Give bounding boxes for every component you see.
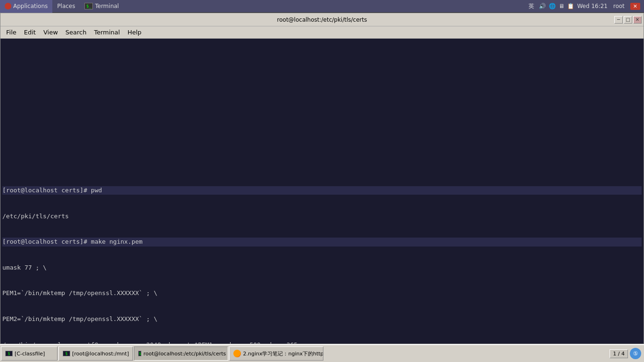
menu-file[interactable]: File: [2, 26, 20, 39]
blank-line-3: [2, 109, 642, 118]
blank-line-5: [2, 161, 642, 169]
task-mnt[interactable]: $ [root@localhost:/mnt]: [58, 346, 133, 361]
datetime-display: Wed 16:21: [577, 3, 608, 9]
task-term-icon-1: $: [5, 351, 13, 356]
workspace-switcher[interactable]: ⑤: [630, 348, 641, 359]
applications-menu[interactable]: Applications: [0, 0, 52, 13]
page-indicator: 1 / 4: [610, 349, 628, 358]
display-icon[interactable]: 🖥: [559, 3, 564, 9]
taskbar-right: 1 / 4 ⑤: [610, 348, 643, 359]
task-term-icon-3: $: [138, 351, 141, 356]
task-classfile[interactable]: $ [C-classfile]: [1, 346, 58, 361]
network-icon[interactable]: 🌐: [549, 3, 556, 9]
menu-bar: File Edit View Search Terminal Help: [0, 26, 644, 39]
lang-indicator[interactable]: 英: [527, 2, 536, 10]
cmd-umask: umask 77 ; \: [2, 263, 642, 272]
taskbar: $ [C-classfile] $ [root@localhost:/mnt] …: [0, 344, 644, 362]
menu-search[interactable]: Search: [62, 26, 91, 39]
maximize-button[interactable]: □: [624, 16, 632, 24]
task-firefox-label: 2.nginx学习笔记：nginx下的http...: [243, 350, 323, 357]
close-session-btn[interactable]: ✕: [630, 3, 640, 10]
cmd-pem1: PEM1=`/bin/mktemp /tmp/openssl.XXXXXX` ;…: [2, 289, 642, 297]
prompt-make: [root@localhost certs]# make nginx.pem: [2, 238, 642, 246]
system-bar: Applications Places $_ Terminal 英 🔊 🌐 🖥 …: [0, 0, 644, 13]
task-firefox[interactable]: 2.nginx学习笔记：nginx下的http...: [229, 346, 323, 361]
system-bar-right: 英 🔊 🌐 🖥 📋 Wed 16:21 root ✕: [527, 2, 644, 10]
places-menu[interactable]: Places: [52, 0, 80, 13]
output-pwd: /etc/pki/tls/certs: [2, 212, 642, 221]
terminal-menu[interactable]: $_ Terminal: [80, 0, 124, 13]
system-bar-left: Applications Places $_ Terminal: [0, 0, 124, 13]
terminal-window: root@localhost:/etc/pki/tls/certs ─ □ ✕ …: [0, 13, 644, 344]
task-classfile-label: [C-classfile]: [15, 351, 45, 357]
cmd-pem2: PEM2=`/bin/mktemp /tmp/openssl.XXXXXX` ;…: [2, 315, 642, 323]
menu-edit[interactable]: Edit: [20, 26, 40, 39]
terminal-titlebar: root@localhost:/etc/pki/tls/certs ─ □ ✕: [0, 13, 644, 26]
volume-icon[interactable]: 🔊: [539, 3, 546, 9]
terminal-content[interactable]: [root@localhost certs]# pwd /etc/pki/tls…: [0, 39, 644, 344]
prompt-pwd: [root@localhost certs]# pwd: [2, 186, 642, 195]
window-controls: ─ □ ✕: [614, 16, 642, 24]
places-label: Places: [57, 3, 75, 9]
terminal-icon: $_: [84, 3, 93, 9]
window-title: root@localhost:/etc/pki/tls/certs: [277, 16, 367, 23]
blank-line-4: [2, 135, 642, 143]
battery-icon[interactable]: 📋: [567, 3, 574, 9]
task-mnt-label: [root@localhost:/mnt]: [72, 351, 129, 357]
task-term-icon-2: $: [63, 351, 70, 356]
terminal-label: Terminal: [95, 3, 119, 9]
menu-help[interactable]: Help: [124, 26, 145, 39]
task-firefox-icon: [233, 350, 241, 357]
menu-view[interactable]: View: [40, 26, 62, 39]
blank-line-2: [2, 83, 642, 92]
minimize-button[interactable]: ─: [614, 16, 623, 24]
cmd-openssl: /usr/bin/openssl req -utf8 -newkey rsa:2…: [2, 341, 642, 344]
task-certs-label: root@localhost:/etc/pki/tls/certs: [143, 351, 226, 357]
root-label: root: [611, 3, 627, 9]
task-certs[interactable]: $ root@localhost:/etc/pki/tls/certs: [134, 346, 228, 361]
blank-line-1: [2, 58, 642, 66]
applications-label: Applications: [13, 3, 48, 9]
menu-terminal[interactable]: Terminal: [90, 26, 124, 39]
close-button[interactable]: ✕: [633, 16, 642, 24]
